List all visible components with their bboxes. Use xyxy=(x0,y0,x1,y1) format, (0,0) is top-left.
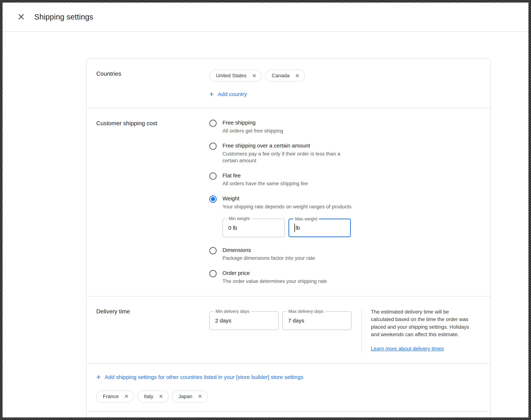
weight-fields-row: Min weight 0 lb Max weight lb xyxy=(223,219,351,237)
settings-card: Countries United States ✕ Canada ✕ + Add… xyxy=(86,58,491,420)
max-delivery-days-field[interactable]: Max delivery days 7 days xyxy=(282,311,351,330)
remove-country-icon[interactable]: ✕ xyxy=(196,392,204,401)
delivery-fields-row: Min delivery days 2 days Max delivery da… xyxy=(209,311,351,330)
option-order-price: Order price The order value determines y… xyxy=(209,270,481,285)
min-delivery-days-field[interactable]: Min delivery days 2 days xyxy=(209,311,279,330)
max-weight-input[interactable]: lb xyxy=(296,225,300,231)
other-countries-chips-row: France ✕ Italy ✕ Japan ✕ xyxy=(96,390,481,403)
shipping-cost-label: Customer shipping cost xyxy=(96,119,209,286)
option-free-over-amount: Free shipping over a certain amount Cust… xyxy=(209,142,481,164)
radio-weight[interactable] xyxy=(209,195,217,203)
country-chip-france[interactable]: France ✕ xyxy=(96,390,134,403)
option-title: Order price xyxy=(223,270,327,277)
dialog-header: ✕ Shipping settings xyxy=(2,2,529,32)
option-weight: Weight Your shipping rate depends on wei… xyxy=(209,195,481,239)
add-country-button[interactable]: + Add country xyxy=(209,90,247,98)
remove-country-icon[interactable]: ✕ xyxy=(157,392,165,401)
vertical-divider xyxy=(361,309,362,354)
save-button[interactable]: Save xyxy=(96,419,125,420)
countries-chips-row: United States ✕ Canada ✕ xyxy=(209,70,481,82)
countries-section: Countries United States ✕ Canada ✕ + Add… xyxy=(86,59,490,108)
country-chip-label: Canada xyxy=(272,73,289,79)
country-chip-label: United States xyxy=(216,73,246,79)
min-weight-input[interactable]: 0 lb xyxy=(228,225,237,231)
other-countries-section: + Add shipping settings for other countr… xyxy=(86,364,490,411)
min-delivery-days-input[interactable]: 2 days xyxy=(215,317,231,324)
footer: Save Back xyxy=(86,412,490,420)
max-weight-field-label: Max weight xyxy=(293,216,319,222)
option-flat-fee: Flat fee All orders have the same shippi… xyxy=(209,172,481,187)
option-desc: Package dimensions factor into your rate xyxy=(223,255,315,262)
option-title: Free shipping xyxy=(223,119,283,126)
country-chip-canada[interactable]: Canada ✕ xyxy=(265,70,305,82)
delivery-time-section: Delivery time Min delivery days 2 days M… xyxy=(86,296,490,363)
country-chip-label: Italy xyxy=(144,394,153,399)
add-country-label: Add country xyxy=(218,91,247,97)
country-chip-united-states[interactable]: United States ✕ xyxy=(209,70,262,82)
radio-free-over-amount[interactable] xyxy=(209,143,217,150)
remove-country-icon[interactable]: ✕ xyxy=(293,72,301,80)
max-delivery-days-input[interactable]: 7 days xyxy=(288,317,304,324)
shipping-cost-section: Customer shipping cost Free shipping All… xyxy=(86,108,490,296)
remove-country-icon[interactable]: ✕ xyxy=(250,72,258,80)
close-icon[interactable]: ✕ xyxy=(14,10,28,24)
radio-flat-fee[interactable] xyxy=(209,172,217,180)
option-title: Weight xyxy=(223,195,351,202)
radio-dimensions[interactable] xyxy=(209,247,217,254)
radio-free-shipping[interactable] xyxy=(209,120,217,127)
min-weight-field-label: Min weight xyxy=(227,216,251,221)
text-caret xyxy=(294,224,295,232)
country-chip-label: Japan xyxy=(179,394,192,399)
option-title: Free shipping over a certain amount xyxy=(223,142,354,149)
add-other-countries-button[interactable]: + Add shipping settings for other countr… xyxy=(96,373,303,381)
country-chip-label: France xyxy=(103,394,119,399)
plus-icon: + xyxy=(96,373,101,381)
radio-order-price[interactable] xyxy=(209,270,217,277)
option-desc: Your shipping rate depends on weight ran… xyxy=(223,203,351,210)
option-title: Dimensions xyxy=(223,247,315,254)
min-delivery-days-label: Min delivery days xyxy=(214,309,251,314)
page-title: Shipping settings xyxy=(34,13,93,21)
remove-country-icon[interactable]: ✕ xyxy=(122,392,130,401)
learn-more-link[interactable]: Learn more about delivery times xyxy=(371,346,444,352)
option-desc: All orders get free shipping xyxy=(223,128,283,134)
option-dimensions: Dimensions Package dimensions factor int… xyxy=(209,247,481,262)
option-free-shipping: Free shipping All orders get free shippi… xyxy=(209,119,481,134)
option-title: Flat fee xyxy=(223,172,308,179)
add-other-countries-label: Add shipping settings for other countrie… xyxy=(105,374,303,380)
delivery-help-text: The estimated delivery time will be calc… xyxy=(371,308,473,338)
option-desc: All orders have the same shipping fee xyxy=(223,180,308,187)
country-chip-italy[interactable]: Italy ✕ xyxy=(137,390,168,403)
min-weight-field[interactable]: Min weight 0 lb xyxy=(223,219,285,237)
max-delivery-days-label: Max delivery days xyxy=(287,309,325,314)
option-desc: Customers pay a fee only if their order … xyxy=(223,150,354,164)
countries-label: Countries xyxy=(96,70,209,98)
delivery-time-label: Delivery time xyxy=(96,307,209,354)
country-chip-japan[interactable]: Japan ✕ xyxy=(172,390,208,403)
shipping-settings-dialog: ✕ Shipping settings Countries United Sta… xyxy=(0,0,531,420)
max-weight-field[interactable]: Max weight lb xyxy=(288,219,351,237)
option-desc: The order value determines your shipping… xyxy=(223,278,327,285)
plus-icon: + xyxy=(209,90,214,98)
